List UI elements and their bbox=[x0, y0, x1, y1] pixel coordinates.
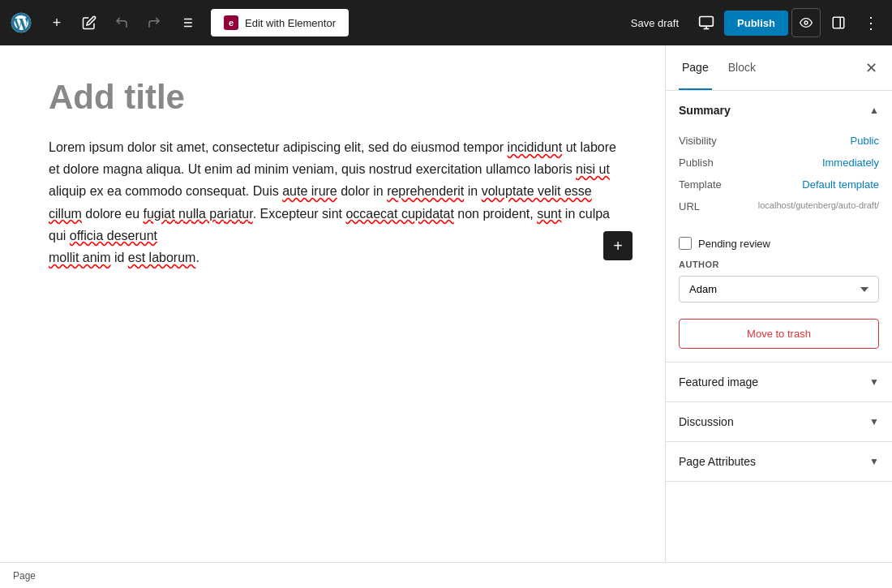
author-select[interactable]: Adam bbox=[679, 276, 879, 303]
squiggly-word-6: fugiat nulla pariatur bbox=[144, 207, 253, 221]
url-label: URL bbox=[679, 200, 744, 212]
author-section: AUTHOR Adam bbox=[666, 260, 892, 312]
wp-logo[interactable] bbox=[6, 8, 36, 37]
squiggly-word-10: mollit anim bbox=[49, 251, 110, 264]
squiggly-word-4: reprehenderit bbox=[387, 184, 464, 198]
squiggly-word-11: est laborum bbox=[128, 251, 196, 264]
summary-section: Summary ▲ Visibility Public Publish Imme… bbox=[666, 91, 892, 363]
featured-image-chevron-icon: ▼ bbox=[869, 376, 879, 388]
edit-with-elementor-button[interactable]: e Edit with Elementor bbox=[211, 9, 349, 36]
summary-rows: Visibility Public Publish Immediately Te… bbox=[666, 130, 892, 230]
sidebar-toggle-button[interactable] bbox=[824, 8, 853, 37]
discussion-chevron-icon: ▼ bbox=[869, 416, 879, 427]
discussion-header[interactable]: Discussion ▼ bbox=[666, 402, 892, 441]
tab-block[interactable]: Block bbox=[725, 45, 759, 90]
summary-section-header[interactable]: Summary ▲ bbox=[666, 91, 892, 130]
redo-button[interactable] bbox=[139, 8, 169, 37]
add-block-button[interactable]: + bbox=[42, 8, 71, 37]
summary-chevron-icon: ▲ bbox=[869, 105, 879, 116]
more-options-button[interactable]: ⋮ bbox=[856, 8, 886, 37]
post-title-field[interactable]: Add title bbox=[49, 78, 616, 117]
undo-button[interactable] bbox=[107, 8, 136, 37]
url-value[interactable]: localhost/gutenberg/auto-draft/ bbox=[744, 200, 879, 210]
svg-rect-11 bbox=[833, 17, 844, 28]
tab-page-label: Page bbox=[682, 61, 709, 74]
pending-review-row: Pending review bbox=[666, 230, 892, 260]
tab-block-label: Block bbox=[728, 61, 756, 74]
content-paragraph: Lorem ipsum dolor sit amet, consectetur … bbox=[49, 136, 616, 268]
publish-row: Publish Immediately bbox=[679, 152, 879, 174]
publish-value[interactable]: Immediately bbox=[744, 157, 879, 169]
status-label: Page bbox=[13, 570, 36, 582]
visibility-row: Visibility Public bbox=[679, 130, 879, 152]
squiggly-word-9: officia deserunt bbox=[70, 229, 157, 242]
page-attributes-chevron-icon: ▼ bbox=[869, 456, 879, 467]
status-bar: Page bbox=[0, 562, 892, 588]
preview-button[interactable] bbox=[791, 8, 821, 37]
pen-button[interactable] bbox=[75, 8, 104, 37]
template-label: Template bbox=[679, 178, 744, 191]
summary-title: Summary bbox=[679, 104, 731, 117]
list-view-button[interactable] bbox=[172, 8, 201, 37]
pending-review-checkbox[interactable] bbox=[679, 237, 692, 250]
svg-rect-7 bbox=[700, 17, 714, 27]
page-attributes-header[interactable]: Page Attributes ▼ bbox=[666, 442, 892, 481]
elementor-button-label: Edit with Elementor bbox=[245, 17, 336, 29]
main-toolbar: + e Edit with Elementor Save draft bbox=[0, 0, 892, 45]
sidebar: Page Block ✕ Summary ▲ Visibility Public… bbox=[665, 45, 892, 562]
pending-review-label: Pending review bbox=[698, 238, 770, 250]
page-attributes-section: Page Attributes ▼ bbox=[666, 442, 892, 482]
post-content[interactable]: Lorem ipsum dolor sit amet, consectetur … bbox=[49, 136, 616, 268]
svg-point-10 bbox=[804, 21, 808, 24]
add-block-inline-button[interactable]: + bbox=[603, 231, 633, 260]
discussion-section: Discussion ▼ bbox=[666, 402, 892, 442]
page-attributes-title: Page Attributes bbox=[679, 455, 756, 468]
move-to-trash-button[interactable]: Move to trash bbox=[679, 319, 879, 349]
elementor-icon: e bbox=[224, 15, 238, 30]
squiggly-word-7: occaecat cupidatat bbox=[345, 207, 453, 221]
save-draft-button[interactable]: Save draft bbox=[621, 11, 688, 36]
squiggly-word: incididunt bbox=[508, 140, 563, 154]
squiggly-word-3: aute irure bbox=[282, 184, 337, 198]
main-layout: Add title Lorem ipsum dolor sit amet, co… bbox=[0, 45, 892, 562]
featured-image-header[interactable]: Featured image ▼ bbox=[666, 363, 892, 401]
squiggly-word-2: nisi ut bbox=[576, 162, 610, 176]
sidebar-close-button[interactable]: ✕ bbox=[860, 57, 882, 79]
featured-image-title: Featured image bbox=[679, 376, 758, 388]
publish-label: Publish bbox=[679, 157, 744, 169]
featured-image-section: Featured image ▼ bbox=[666, 363, 892, 402]
visibility-label: Visibility bbox=[679, 135, 744, 147]
editor-area: Add title Lorem ipsum dolor sit amet, co… bbox=[0, 45, 665, 562]
discussion-title: Discussion bbox=[679, 415, 734, 428]
visibility-value[interactable]: Public bbox=[744, 135, 879, 147]
publish-button[interactable]: Publish bbox=[724, 11, 788, 36]
sidebar-header: Page Block ✕ bbox=[666, 45, 892, 91]
template-value[interactable]: Default template bbox=[744, 178, 879, 191]
view-toggle-button[interactable] bbox=[692, 8, 721, 37]
tab-page[interactable]: Page bbox=[679, 45, 712, 90]
squiggly-word-8: sunt bbox=[537, 207, 561, 221]
url-row: URL localhost/gutenberg/auto-draft/ bbox=[679, 195, 879, 217]
author-label: AUTHOR bbox=[679, 260, 879, 269]
template-row: Template Default template bbox=[679, 174, 879, 195]
